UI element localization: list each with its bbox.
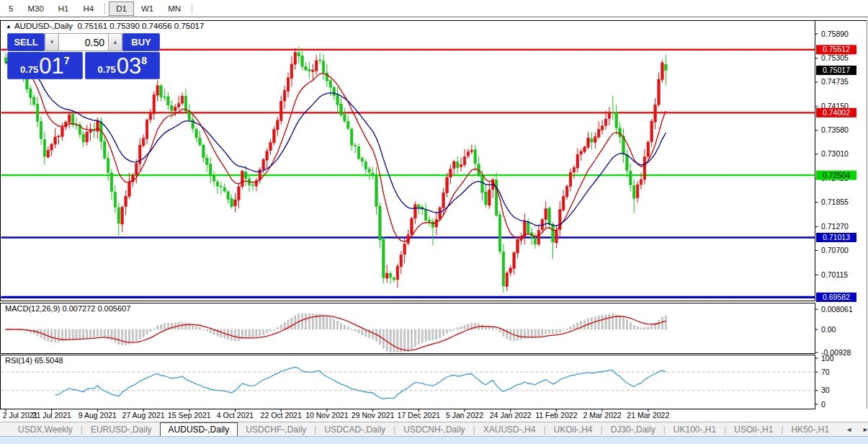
svg-text:0.71855: 0.71855 (821, 197, 849, 206)
svg-text:17 Dec 2021: 17 Dec 2021 (398, 411, 441, 419)
svg-text:15 Sep 2021: 15 Sep 2021 (168, 411, 211, 419)
svg-text:5 Jan 2022: 5 Jan 2022 (446, 411, 483, 419)
status-bar (0, 436, 868, 444)
svg-text:0.71013: 0.71013 (823, 233, 850, 241)
one-click-trade-panel: SELL ▼ ▲ BUY 0.75 01 7 0.75 03 8 (7, 33, 160, 79)
svg-text:10 Nov 2021: 10 Nov 2021 (305, 411, 349, 419)
tab-scroll-arrows: ◄► (837, 422, 868, 436)
rsi-indicator-label: RSI(14) 65.5048 (5, 356, 63, 365)
svg-text:24 Jan 2022: 24 Jan 2022 (490, 411, 532, 419)
svg-text:9 Aug 2021: 9 Aug 2021 (79, 411, 117, 419)
tab-hk50-h1[interactable]: HK50-,H1 (783, 422, 837, 436)
symbol-tabs-bar: USDX,Weekly|EURUSD-,DailyAUDUSD-,DailyUS… (0, 422, 868, 436)
chart-ohlc-values: 0.75161 0.75390 0.74656 0.75017 (77, 22, 204, 30)
volume-increase-button[interactable]: ▲ (108, 33, 122, 51)
price-axis: 0.758900.753050.747350.741500.735800.730… (815, 30, 857, 409)
timeframe-button-MN[interactable]: MN (161, 1, 188, 16)
svg-text:0.69582: 0.69582 (823, 293, 850, 301)
svg-text:0.75305: 0.75305 (821, 53, 849, 62)
svg-text:0.75512: 0.75512 (823, 45, 850, 53)
timeframe-button-H4[interactable]: H4 (76, 1, 101, 16)
macd-indicator-label: MACD(12,26,9) 0.007272 0.005607 (5, 304, 130, 313)
svg-text:0: 0 (821, 400, 826, 409)
collapse-triangle-icon[interactable]: ▲ (6, 23, 12, 30)
svg-text:70: 70 (821, 368, 830, 376)
horizontal-level-lines (1, 50, 815, 297)
svg-text:0.008061: 0.008061 (821, 305, 853, 314)
buy-button[interactable]: BUY (122, 33, 160, 51)
timeframe-button-D1[interactable]: D1 (109, 1, 134, 16)
svg-text:29 Nov 2021: 29 Nov 2021 (352, 411, 395, 419)
arrow-up-icon: ▲ (112, 39, 118, 45)
svg-text:0.70115: 0.70115 (821, 270, 848, 279)
timeframe-button-5[interactable]: 5 (1, 1, 20, 16)
svg-text:0.74002: 0.74002 (823, 108, 850, 117)
sell-price-pip: 7 (64, 55, 70, 66)
volume-input[interactable] (59, 33, 108, 51)
tab-uk100-h1[interactable]: UK100-,H1 (666, 422, 724, 436)
svg-text:22 Oct 2021: 22 Oct 2021 (261, 411, 302, 419)
chart-symbol-label: AUDUSD-,Daily (14, 22, 73, 30)
buy-price-box[interactable]: 0.75 03 8 (85, 52, 161, 79)
tab-usdchf-daily[interactable]: USDCHF-,Daily (238, 422, 314, 436)
sell-price-digits: 01 (39, 56, 63, 77)
tab-dj30-daily[interactable]: DJ30-,Daily (603, 422, 663, 436)
chart-window: 0.758900.753050.747350.741500.735800.730… (0, 17, 868, 422)
svg-text:0.73580: 0.73580 (821, 125, 849, 134)
svg-text:0.74735: 0.74735 (821, 77, 849, 86)
tab-ukoil-h4[interactable]: UKOil-,H4 (546, 422, 601, 436)
svg-text:0.70700: 0.70700 (821, 246, 849, 254)
sell-button[interactable]: SELL (7, 33, 45, 51)
sell-price-box[interactable]: 0.75 01 7 (7, 52, 83, 79)
svg-text:21 Jul 2021: 21 Jul 2021 (32, 411, 71, 419)
svg-text:27 Aug 2021: 27 Aug 2021 (122, 411, 165, 419)
svg-text:100: 100 (821, 354, 834, 363)
sell-price-prefix: 0.75 (20, 64, 38, 75)
chart-title: ▲AUDUSD-,Daily 0.75161 0.75390 0.74656 0… (6, 22, 204, 30)
buy-price-pip: 8 (141, 55, 147, 66)
svg-text:11 Feb 2022: 11 Feb 2022 (535, 411, 577, 419)
arrow-down-icon: ▼ (49, 39, 55, 45)
timeframe-button-W1[interactable]: W1 (134, 1, 161, 16)
candlestick-series (4, 47, 667, 293)
toolbar-separator (192, 3, 192, 14)
buy-price-digits: 03 (117, 56, 141, 77)
svg-text:4 Oct 2021: 4 Oct 2021 (217, 411, 254, 419)
tab-scroll-left-icon[interactable]: ◄ (846, 426, 852, 433)
svg-text:0.75890: 0.75890 (821, 30, 849, 38)
buy-price-prefix: 0.75 (97, 64, 115, 75)
svg-text:0.72504: 0.72504 (823, 171, 850, 179)
tab-eurusd-daily[interactable]: EURUSD-,Daily (83, 422, 160, 436)
tab-scroll-right-icon[interactable]: ► (862, 426, 868, 433)
svg-text:0.73010: 0.73010 (821, 149, 849, 158)
svg-text:30: 30 (821, 386, 830, 394)
tab-audusd-daily[interactable]: AUDUSD-,Daily (160, 422, 238, 436)
date-axis: 2 Jul 202121 Jul 20219 Aug 202127 Aug 20… (3, 409, 670, 420)
timeframe-button-M30[interactable]: M30 (20, 1, 50, 16)
tab-xauusd-h4[interactable]: XAUUSD-,H4 (475, 422, 544, 436)
svg-text:21 Mar 2022: 21 Mar 2022 (627, 411, 669, 419)
svg-text:0.71270: 0.71270 (821, 222, 849, 231)
tab-usdx-weekly[interactable]: USDX,Weekly (10, 422, 81, 436)
svg-text:2 Mar 2022: 2 Mar 2022 (583, 411, 622, 419)
volume-decrease-button[interactable]: ▼ (45, 33, 59, 51)
svg-text:0.75017: 0.75017 (823, 66, 850, 74)
timeframe-button-H1[interactable]: H1 (51, 1, 76, 16)
timeframe-toolbar: 5M30H1H4D1W1MN (0, 0, 868, 17)
tab-usdcad-daily[interactable]: USDCAD-,Daily (316, 422, 393, 436)
toolbar-separator (104, 3, 105, 14)
tab-usoil-h1[interactable]: USOil-,H1 (726, 422, 781, 436)
tab-usdcnh-daily[interactable]: USDCNH-,Daily (395, 422, 473, 436)
svg-text:0.00: 0.00 (821, 325, 836, 334)
